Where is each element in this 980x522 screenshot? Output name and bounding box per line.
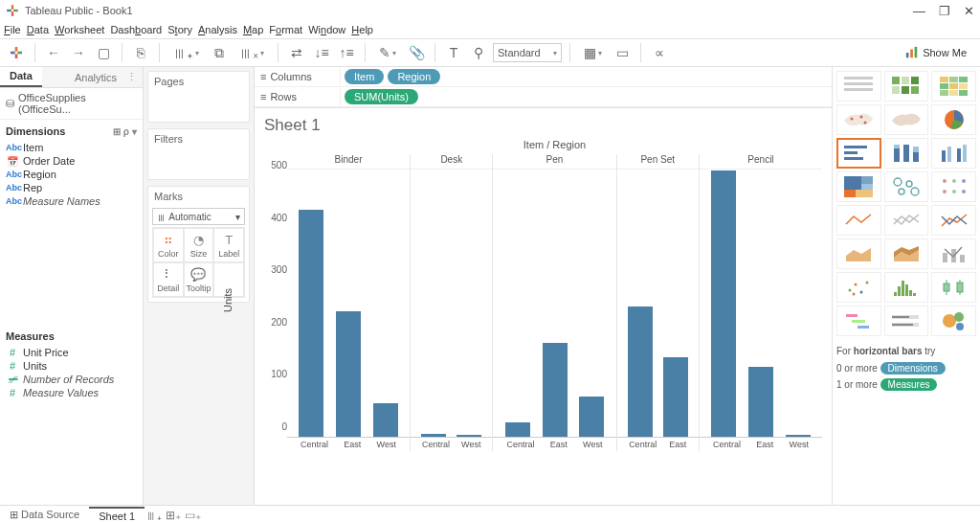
menu-data[interactable]: Data xyxy=(27,24,49,35)
share-button[interactable]: ∝ xyxy=(649,42,670,63)
pill-sum-units[interactable]: SUM(Units) xyxy=(345,89,418,104)
field-measure-names[interactable]: AbcMeasure Names xyxy=(4,194,139,208)
mark-color[interactable]: ⠶Color xyxy=(153,228,184,262)
chart-area[interactable]: Item / Region Units 5004003002001000 Bin… xyxy=(255,139,832,505)
data-source-tab[interactable]: ⊞ Data Source xyxy=(0,507,89,522)
search-icon[interactable]: ρ xyxy=(123,126,129,137)
mark-size[interactable]: ◔Size xyxy=(184,228,214,262)
new-dashboard-tab[interactable]: ⊞₊ xyxy=(164,509,183,522)
tab-data[interactable]: Data xyxy=(0,67,42,87)
back-button[interactable]: ← xyxy=(43,42,64,63)
bar[interactable] xyxy=(457,435,481,437)
field-rep[interactable]: AbcRep xyxy=(4,181,139,194)
bar[interactable] xyxy=(628,306,653,437)
show-me-button[interactable]: Show Me xyxy=(898,46,974,59)
columns-shelf[interactable]: ≡Columns Item Region xyxy=(255,67,832,87)
field-number-of-records[interactable]: ⧣Number of Records xyxy=(4,373,139,386)
field-unit-price[interactable]: #Unit Price xyxy=(4,346,139,359)
viz-side-bar[interactable] xyxy=(931,138,976,169)
viz-gantt[interactable] xyxy=(836,306,881,336)
forward-button[interactable]: → xyxy=(68,42,89,63)
sort-desc-button[interactable]: ↑≡ xyxy=(336,42,357,63)
duplicate-button[interactable]: ⧉ xyxy=(209,42,230,63)
menu-story[interactable]: Story xyxy=(167,24,192,35)
menu-dashboard[interactable]: Dashboard xyxy=(110,24,162,35)
viz-stacked-bar[interactable] xyxy=(884,138,929,169)
menu-help[interactable]: Help xyxy=(351,24,373,35)
viz-line-cont[interactable] xyxy=(836,205,881,236)
maximize-button[interactable]: ❐ xyxy=(939,4,950,18)
pill-region[interactable]: Region xyxy=(388,69,440,84)
sheet1-tab[interactable]: Sheet 1 xyxy=(89,507,145,523)
tab-analytics[interactable]: Analytics xyxy=(65,69,126,86)
rows-shelf[interactable]: ≡Rows SUM(Units) xyxy=(255,87,832,107)
bar[interactable] xyxy=(421,434,446,437)
bar[interactable] xyxy=(663,357,688,437)
viz-highlight-table[interactable] xyxy=(931,71,976,102)
viz-text-table[interactable] xyxy=(836,71,881,102)
presentation-button[interactable]: ▭ xyxy=(612,42,633,63)
highlight-button[interactable]: ✎▾ xyxy=(373,42,402,63)
viz-heat-map[interactable] xyxy=(884,71,929,102)
new-worksheet-tab[interactable]: ⫼₊ xyxy=(145,509,164,522)
bar[interactable] xyxy=(711,170,736,437)
bar[interactable] xyxy=(748,367,773,437)
menu-window[interactable]: Window xyxy=(308,24,345,35)
bar[interactable] xyxy=(373,403,398,437)
sheet-title[interactable]: Sheet 1 xyxy=(255,108,832,139)
viz-bullet[interactable] xyxy=(884,306,929,336)
viz-symbol-map[interactable] xyxy=(836,104,881,135)
mark-label[interactable]: TLabel xyxy=(213,228,244,262)
bar[interactable] xyxy=(579,397,604,437)
tab-more-icon[interactable]: ⋮ xyxy=(126,71,137,83)
viz-dual-combo[interactable] xyxy=(931,238,976,269)
menu-map[interactable]: Map xyxy=(243,24,263,35)
menu-file[interactable]: File xyxy=(4,24,21,35)
viz-boxplot[interactable] xyxy=(931,272,976,303)
menu-format[interactable]: Format xyxy=(269,24,302,35)
fit-dropdown[interactable]: Standard▾ xyxy=(493,43,562,62)
viz-histogram[interactable] xyxy=(884,272,929,303)
bar[interactable] xyxy=(543,343,568,437)
view-toggle-icon[interactable]: ⊞ xyxy=(113,126,121,137)
menu-analysis[interactable]: Analysis xyxy=(198,24,237,35)
bar[interactable] xyxy=(786,435,811,437)
field-region[interactable]: AbcRegion xyxy=(4,168,139,181)
mark-type-dropdown[interactable]: ⫼ Automatic▾ xyxy=(152,208,245,225)
new-worksheet-button[interactable]: ⫼₊▾ xyxy=(167,42,205,63)
viz-horizontal-bar[interactable] xyxy=(836,138,881,169)
viz-circle-views[interactable] xyxy=(884,171,929,202)
filters-card[interactable]: Filters xyxy=(147,128,250,180)
bar[interactable] xyxy=(299,210,323,437)
sort-asc-button[interactable]: ↓≡ xyxy=(311,42,332,63)
datasource-item[interactable]: ⛁ OfficeSupplies (OfficeSu... xyxy=(0,88,143,120)
pill-item[interactable]: Item xyxy=(345,69,384,84)
cards-button[interactable]: ▦▾ xyxy=(578,42,608,63)
close-button[interactable]: ✕ xyxy=(964,4,974,18)
field-units[interactable]: #Units xyxy=(4,359,139,373)
minimize-button[interactable]: — xyxy=(913,4,925,18)
viz-dual-line[interactable] xyxy=(931,205,976,236)
new-datasource-button[interactable]: ⎘ xyxy=(130,42,151,63)
mark-tooltip[interactable]: 💬Tooltip xyxy=(184,262,214,297)
viz-pie[interactable] xyxy=(931,104,976,135)
mark-detail[interactable]: ⠇Detail xyxy=(153,262,184,297)
viz-side-circles[interactable] xyxy=(931,171,976,202)
viz-filled-map[interactable] xyxy=(884,104,929,135)
field-order-date[interactable]: 📅Order Date xyxy=(4,154,139,168)
save-button[interactable]: ▢ xyxy=(93,42,114,63)
menu-worksheet[interactable]: Worksheet xyxy=(55,24,104,35)
bar[interactable] xyxy=(505,422,530,437)
labels-button[interactable]: T xyxy=(443,42,464,63)
viz-scatter[interactable] xyxy=(836,272,881,303)
field-item[interactable]: AbcItem xyxy=(4,141,139,154)
field-measure-values[interactable]: #Measure Values xyxy=(4,386,139,399)
attach-button[interactable]: 📎 xyxy=(406,42,427,63)
clear-button[interactable]: ⫼ₓ▾ xyxy=(234,42,270,63)
swap-button[interactable]: ⇄ xyxy=(286,42,307,63)
viz-area-discrete[interactable] xyxy=(884,238,929,269)
pages-card[interactable]: Pages xyxy=(147,71,250,123)
pin-button[interactable]: ⚲ xyxy=(468,42,489,63)
viz-line-discrete[interactable] xyxy=(884,205,929,236)
tableau-icon[interactable] xyxy=(6,42,27,63)
